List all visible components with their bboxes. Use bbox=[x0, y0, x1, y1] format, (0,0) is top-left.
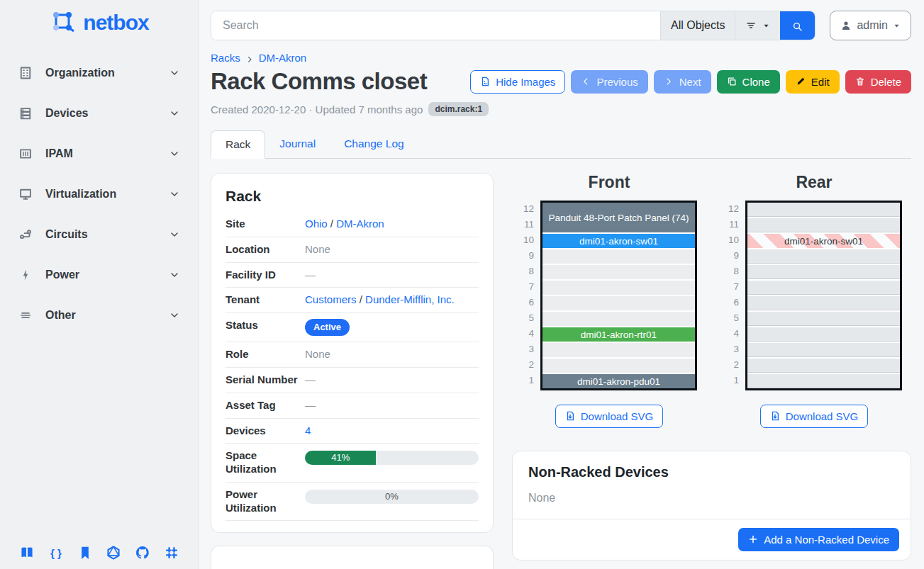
rack-unit-number: 2 bbox=[521, 356, 534, 372]
rack-empty-slot[interactable] bbox=[747, 327, 900, 342]
rack-empty-slot[interactable] bbox=[747, 374, 900, 388]
rack-unit-number: 3 bbox=[521, 341, 534, 356]
search-button[interactable] bbox=[780, 11, 815, 40]
github-icon[interactable] bbox=[135, 545, 150, 560]
rack-empty-slot[interactable] bbox=[747, 203, 900, 217]
rack-device[interactable]: dmi01-akron-rtr01 bbox=[542, 327, 695, 342]
created-updated-text: Created 2020-12-20 · Updated 7 months ag… bbox=[211, 103, 423, 116]
add-non-racked-device-button[interactable]: Add a Non-Racked Device bbox=[738, 528, 899, 551]
rack-empty-slot[interactable] bbox=[747, 296, 900, 310]
breadcrumb-dm-akron[interactable]: DM-Akron bbox=[259, 52, 307, 64]
tab-rack[interactable]: Rack bbox=[211, 130, 265, 159]
rack-empty-slot[interactable] bbox=[747, 218, 900, 232]
sidebar-item-devices[interactable]: Devices bbox=[0, 100, 199, 127]
chevron-down-icon bbox=[169, 269, 180, 281]
rack-unit-number: 11 bbox=[726, 216, 739, 232]
sidebar-item-organization[interactable]: Organization bbox=[0, 60, 199, 86]
sidebar-footer: { } bbox=[0, 545, 199, 560]
previous-button[interactable]: Previous bbox=[571, 70, 647, 94]
rack-empty-slot[interactable] bbox=[542, 296, 695, 310]
edit-button[interactable]: Edit bbox=[786, 70, 840, 94]
circuits-icon bbox=[18, 227, 33, 242]
rack-unit-number: 12 bbox=[521, 201, 534, 216]
topbar: All Objects admin bbox=[211, 11, 911, 40]
slack-icon[interactable] bbox=[164, 545, 179, 560]
sidebar-item-virtualization[interactable]: Virtualization bbox=[0, 181, 199, 208]
user-menu-button[interactable]: admin bbox=[830, 11, 911, 40]
rack-info-panel: Rack Site Ohio / DM-Akron Location None bbox=[211, 173, 494, 533]
sidebar-item-other[interactable]: Other bbox=[0, 302, 199, 329]
graphql-icon[interactable] bbox=[106, 545, 121, 560]
tenant-group-link[interactable]: Customers bbox=[305, 293, 357, 305]
page-title: Rack Comms closet bbox=[211, 68, 427, 95]
sidebar: netbox Organization Devices IPAM Virtual… bbox=[0, 0, 199, 569]
rack-empty-slot[interactable] bbox=[747, 343, 900, 357]
sidebar-item-label: Circuits bbox=[45, 228, 169, 241]
hide-images-button[interactable]: Hide Images bbox=[470, 70, 565, 94]
title-row: Rack Comms closet Hide Images Previous N… bbox=[211, 68, 911, 95]
rack-empty-slot[interactable] bbox=[747, 249, 900, 264]
rack-unit-number: 4 bbox=[521, 325, 534, 341]
title-actions: Hide Images Previous Next Clone Edit bbox=[470, 70, 911, 94]
front-rack-diagram: Panduit 48-Port Patch Panel (74)dmi01-ak… bbox=[540, 201, 697, 390]
search-scope-value: All Objects bbox=[671, 19, 725, 32]
rack-device[interactable]: dmi01-akron-sw01 bbox=[747, 234, 900, 248]
rack-empty-slot[interactable] bbox=[542, 359, 695, 373]
breadcrumb: Racks DM-Akron bbox=[211, 52, 911, 64]
sidebar-item-power[interactable]: Power bbox=[0, 261, 199, 288]
front-download-svg-button[interactable]: Download SVG bbox=[555, 405, 664, 428]
search-filter-dropdown[interactable] bbox=[735, 11, 780, 40]
rack-empty-slot[interactable] bbox=[542, 281, 695, 295]
search-icon bbox=[792, 21, 803, 31]
left-column: Rack Site Ohio / DM-Akron Location None bbox=[211, 173, 494, 569]
search-input[interactable] bbox=[211, 11, 660, 40]
breadcrumb-racks[interactable]: Racks bbox=[211, 52, 240, 64]
meta-row: Created 2020-12-20 · Updated 7 months ag… bbox=[211, 102, 911, 116]
rear-download-svg-button[interactable]: Download SVG bbox=[760, 405, 869, 428]
person-icon bbox=[840, 20, 852, 31]
caret-down-icon bbox=[893, 22, 901, 30]
bookmark-icon[interactable] bbox=[77, 545, 93, 560]
netbox-logo-text: netbox bbox=[83, 11, 148, 35]
rack-device[interactable]: dmi01-akron-sw01 bbox=[542, 234, 695, 248]
rack-empty-slot[interactable] bbox=[542, 343, 695, 357]
search-scope-select[interactable]: All Objects bbox=[660, 11, 735, 40]
tab-change-log[interactable]: Change Log bbox=[330, 130, 418, 158]
elevations: Front 121110987654321 Panduit 48-Port Pa… bbox=[512, 173, 911, 428]
rack-empty-slot[interactable] bbox=[747, 359, 900, 373]
chevron-left-icon bbox=[581, 77, 591, 87]
delete-button[interactable]: Delete bbox=[845, 70, 911, 94]
space-utilization-bar: 41% bbox=[305, 451, 479, 465]
rack-device[interactable]: dmi01-akron-pdu01 bbox=[542, 374, 695, 388]
file-image-icon bbox=[480, 77, 491, 87]
chevron-down-icon bbox=[169, 67, 180, 79]
sidebar-item-label: IPAM bbox=[45, 147, 169, 160]
rack-empty-slot[interactable] bbox=[542, 265, 695, 279]
tenant-link[interactable]: Dunder-Mifflin, Inc. bbox=[365, 293, 455, 305]
rack-empty-slot[interactable] bbox=[747, 281, 900, 295]
rack-unit-number: 9 bbox=[521, 247, 534, 263]
rack-empty-slot[interactable] bbox=[747, 312, 900, 326]
rack-unit-number: 1 bbox=[726, 372, 739, 388]
site-link[interactable]: DM-Akron bbox=[336, 218, 384, 230]
row-role: Role None bbox=[226, 342, 479, 368]
user-name: admin bbox=[857, 19, 888, 32]
rack-empty-slot[interactable] bbox=[542, 312, 695, 326]
devices-count-link[interactable]: 4 bbox=[305, 424, 311, 436]
clone-button[interactable]: Clone bbox=[717, 70, 780, 94]
rack-unit-number: 8 bbox=[521, 263, 534, 278]
caret-down-icon bbox=[762, 22, 770, 30]
netbox-logo[interactable]: netbox bbox=[0, 0, 199, 44]
rack-device[interactable]: Panduit 48-Port Patch Panel (74) bbox=[542, 203, 695, 232]
rack-empty-slot[interactable] bbox=[542, 249, 695, 264]
rack-empty-slot[interactable] bbox=[747, 265, 900, 279]
sidebar-item-circuits[interactable]: Circuits bbox=[0, 221, 199, 248]
sidebar-item-ipam[interactable]: IPAM bbox=[0, 140, 199, 167]
site-region-link[interactable]: Ohio bbox=[305, 218, 328, 230]
api-braces-icon[interactable]: { } bbox=[48, 545, 64, 560]
power-utilization-bar: 0% bbox=[305, 490, 479, 504]
tab-journal[interactable]: Journal bbox=[265, 130, 330, 158]
next-button[interactable]: Next bbox=[654, 70, 711, 94]
chevron-down-icon bbox=[169, 188, 180, 200]
docs-book-icon[interactable] bbox=[19, 545, 35, 560]
